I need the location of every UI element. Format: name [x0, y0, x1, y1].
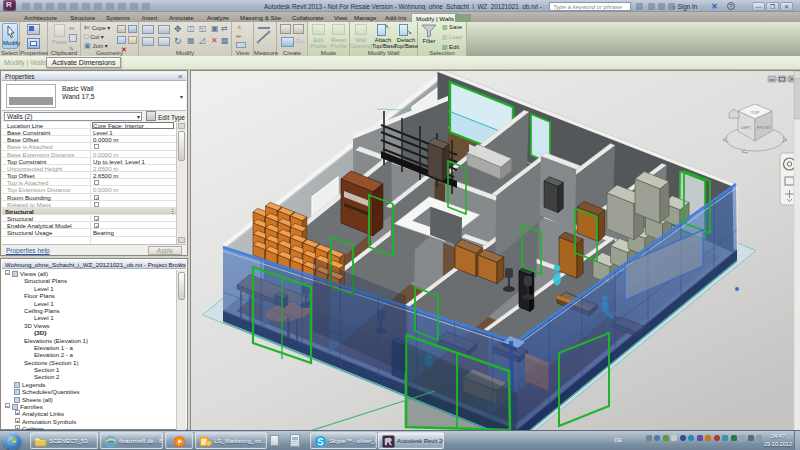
- svg-text:FRONT: FRONT: [757, 125, 771, 130]
- svg-text:LEFT: LEFT: [741, 125, 752, 130]
- svg-text:TOP: TOP: [751, 110, 760, 115]
